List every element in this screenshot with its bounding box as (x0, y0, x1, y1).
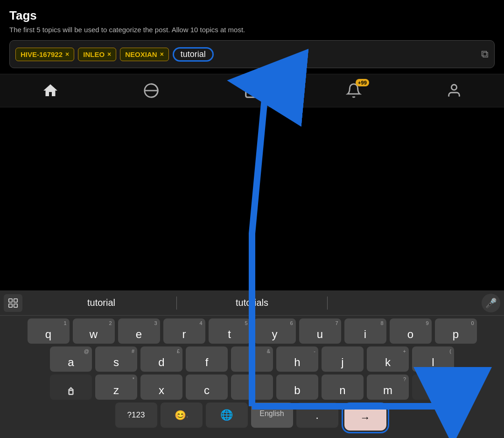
key-enter[interactable]: → (344, 405, 386, 431)
key-u[interactable]: 7u (299, 318, 341, 344)
key-y[interactable]: 6y (254, 318, 296, 344)
key-v[interactable]: v (231, 374, 273, 400)
key-a[interactable]: @a (50, 346, 92, 372)
key-l[interactable]: (l (412, 346, 454, 372)
key-q[interactable]: 1q (28, 318, 70, 344)
keyboard-row-2: @a #s £d f &g -h j +k (l (3, 346, 501, 372)
nav-home-icon[interactable] (42, 82, 59, 99)
keyboard-row-3: *z x c v b n ?m (3, 374, 501, 400)
key-o[interactable]: 9o (390, 318, 432, 344)
suggestion-divider-2 (327, 297, 328, 310)
nav-notifications-icon[interactable]: +99 (346, 83, 362, 99)
key-b[interactable]: b (276, 374, 318, 400)
tag-chip-inleo-close[interactable]: × (107, 50, 111, 58)
nav-explore-icon[interactable] (143, 83, 159, 99)
suggestions-row: tutorial tutorials 🎤 (0, 290, 504, 316)
key-emoji[interactable]: 😊, (161, 403, 203, 428)
key-space[interactable]: English (251, 403, 293, 428)
copy-icon[interactable]: ⧉ (481, 48, 489, 60)
microphone-button[interactable]: 🎤 (482, 294, 500, 312)
tag-input-tutorial[interactable]: tutorial (173, 47, 214, 62)
key-r[interactable]: 4r (163, 318, 205, 344)
nav-profile-icon[interactable] (446, 83, 462, 99)
key-h[interactable]: -h (276, 346, 318, 372)
key-num-switch[interactable]: ?123 (115, 403, 157, 428)
key-w[interactable]: 2w (73, 318, 115, 344)
tag-chip-hive[interactable]: HIVE-167922 × (15, 48, 74, 61)
key-e[interactable]: 3e (118, 318, 160, 344)
svg-rect-11 (9, 304, 12, 307)
key-z[interactable]: *z (95, 374, 137, 400)
key-i[interactable]: 8i (344, 318, 386, 344)
tag-chip-neoxian-label: NEOXIAN (125, 50, 157, 58)
tag-chip-inleo[interactable]: INLEO × (78, 48, 116, 61)
nav-post-icon[interactable] (244, 82, 261, 99)
tags-input-container[interactable]: HIVE-167922 × INLEO × NEOXIAN × tutorial… (9, 40, 495, 68)
tag-chip-neoxian-close[interactable]: × (160, 50, 164, 58)
tags-section: Tags The first 5 topics will be used to … (0, 0, 504, 74)
suggestion-2[interactable]: tutorials (177, 297, 327, 308)
key-x[interactable]: x (140, 374, 182, 400)
svg-rect-13 (69, 390, 73, 395)
key-m[interactable]: ?m (367, 374, 409, 400)
key-shift[interactable] (50, 374, 92, 400)
key-t[interactable]: 5t (209, 318, 251, 344)
svg-point-8 (451, 85, 456, 90)
key-globe[interactable]: 🌐 (206, 403, 248, 428)
key-p[interactable]: 0p (435, 318, 477, 344)
key-s[interactable]: #s (95, 346, 137, 372)
notification-badge: +99 (356, 79, 369, 86)
tag-chip-hive-close[interactable]: × (65, 50, 69, 58)
tag-chip-hive-label: HIVE-167922 (21, 50, 63, 58)
key-period[interactable]: . (296, 403, 338, 428)
tags-description: The first 5 topics will be used to categ… (9, 26, 495, 34)
svg-rect-9 (9, 298, 12, 302)
keyboard-settings-icon[interactable] (4, 294, 22, 312)
key-backspace[interactable] (412, 374, 454, 400)
tag-chip-neoxian[interactable]: NEOXIAN × (120, 48, 169, 61)
keyboard: tutorial tutorials 🎤 1q 2w 3e 4r 5t 6y 7… (0, 290, 504, 438)
key-k[interactable]: +k (367, 346, 409, 372)
suggestion-1[interactable]: tutorial (26, 297, 176, 308)
tag-chip-inleo-label: INLEO (83, 50, 105, 58)
svg-rect-12 (14, 304, 17, 307)
key-g[interactable]: &g (231, 346, 273, 372)
key-d[interactable]: £d (140, 346, 182, 372)
key-enter-wrapper: → (342, 403, 389, 433)
key-c[interactable]: c (186, 374, 228, 400)
key-enter-highlight: → (342, 403, 389, 433)
key-n[interactable]: n (322, 374, 364, 400)
bottom-navbar: +99 (0, 74, 504, 107)
keyboard-row-1: 1q 2w 3e 4r 5t 6y 7u 8i 9o 0p (3, 318, 501, 344)
key-j[interactable]: j (322, 346, 364, 372)
keyboard-row-bottom: ?123 😊, 🌐 English . → (3, 403, 501, 433)
key-f[interactable]: f (186, 346, 228, 372)
svg-rect-10 (14, 298, 17, 302)
tags-title: Tags (9, 8, 495, 23)
